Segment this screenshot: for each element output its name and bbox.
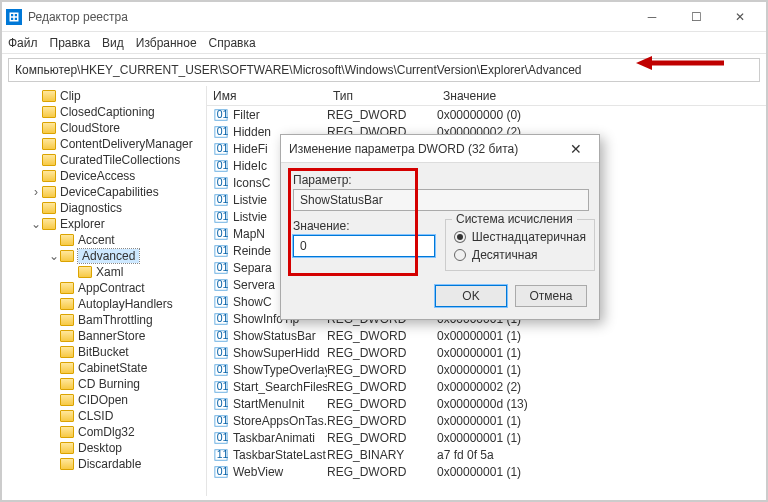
tree-item[interactable]: ⌄Explorer: [2, 216, 206, 232]
tree-label: Accent: [78, 233, 115, 247]
svg-text:011: 011: [217, 261, 228, 273]
dialog-titlebar[interactable]: Изменение параметра DWORD (32 бита) ✕: [281, 135, 599, 163]
dword-icon: 011: [213, 278, 229, 292]
value-row[interactable]: 011ShowSuperHiddREG_DWORD0x00000001 (1): [207, 344, 766, 361]
chevron-right-icon[interactable]: ›: [30, 105, 42, 119]
tree-item[interactable]: ›ContentDeliveryManager: [2, 136, 206, 152]
chevron-right-icon[interactable]: ›: [48, 377, 60, 391]
value-data: 0x00000001 (1): [437, 346, 766, 360]
tree-label: Desktop: [78, 441, 122, 455]
value-type: REG_DWORD: [327, 108, 437, 122]
tree-item[interactable]: ›CloudStore: [2, 120, 206, 136]
tree-label: CabinetState: [78, 361, 147, 375]
cancel-button[interactable]: Отмена: [515, 285, 587, 307]
value-row[interactable]: 011ShowStatusBarREG_DWORD0x00000001 (1): [207, 327, 766, 344]
address-bar[interactable]: Компьютер\HKEY_CURRENT_USER\SOFTWARE\Mic…: [8, 58, 760, 82]
dialog-close-button[interactable]: ✕: [561, 141, 591, 157]
base-legend: Система исчисления: [452, 212, 577, 226]
tree-item[interactable]: ›Desktop: [2, 440, 206, 456]
chevron-right-icon[interactable]: ›: [30, 137, 42, 151]
values-header[interactable]: Имя Тип Значение: [207, 86, 766, 106]
menu-favorites[interactable]: Избранное: [136, 36, 197, 50]
value-row[interactable]: 011ShowTypeOverlayREG_DWORD0x00000001 (1…: [207, 361, 766, 378]
folder-icon: [42, 106, 56, 118]
chevron-right-icon[interactable]: ›: [48, 393, 60, 407]
chevron-right-icon[interactable]: ›: [30, 201, 42, 215]
menu-help[interactable]: Справка: [209, 36, 256, 50]
folder-icon: [60, 282, 74, 294]
tree-item[interactable]: ›Diagnostics: [2, 200, 206, 216]
chevron-right-icon[interactable]: ›: [30, 185, 42, 199]
maximize-button[interactable]: ☐: [674, 3, 718, 31]
tree-item[interactable]: ›CIDOpen: [2, 392, 206, 408]
value-row[interactable]: 011FilterREG_DWORD0x00000000 (0): [207, 106, 766, 123]
value-row[interactable]: 011WebViewREG_DWORD0x00000001 (1): [207, 463, 766, 480]
value-data: 0x00000000 (0): [437, 108, 766, 122]
chevron-down-icon[interactable]: ⌄: [48, 249, 60, 263]
tree-item[interactable]: ›BamThrottling: [2, 312, 206, 328]
chevron-right-icon[interactable]: ›: [48, 457, 60, 471]
value-data: 0x00000001 (1): [437, 431, 766, 445]
menu-view[interactable]: Вид: [102, 36, 124, 50]
folder-icon: [60, 298, 74, 310]
chevron-right-icon[interactable]: ›: [48, 361, 60, 375]
tree-item[interactable]: ›BitBucket: [2, 344, 206, 360]
tree-item[interactable]: ›AppContract: [2, 280, 206, 296]
menu-file[interactable]: Файл: [8, 36, 38, 50]
chevron-right-icon[interactable]: ›: [66, 265, 78, 279]
tree-item[interactable]: ›ClosedCaptioning: [2, 104, 206, 120]
tree-item[interactable]: ›DeviceCapabilities: [2, 184, 206, 200]
param-input[interactable]: ShowStatusBar: [293, 189, 589, 211]
chevron-right-icon[interactable]: ›: [48, 345, 60, 359]
svg-text:011: 011: [217, 210, 228, 222]
tree-label: ContentDeliveryManager: [60, 137, 193, 151]
chevron-right-icon[interactable]: ›: [48, 297, 60, 311]
close-button[interactable]: ✕: [718, 3, 762, 31]
chevron-right-icon[interactable]: ›: [30, 153, 42, 167]
svg-text:011: 011: [217, 227, 228, 239]
tree-item[interactable]: ›Clip: [2, 88, 206, 104]
radio-dec[interactable]: Десятичная: [454, 248, 586, 262]
value-row[interactable]: 110TaskbarStateLastREG_BINARYa7 fd 0f 5a: [207, 446, 766, 463]
value-row[interactable]: 011StoreAppsOnTas...REG_DWORD0x00000001 …: [207, 412, 766, 429]
ok-button[interactable]: OK: [435, 285, 507, 307]
radio-hex[interactable]: Шестнадцатеричная: [454, 230, 586, 244]
minimize-button[interactable]: ─: [630, 3, 674, 31]
chevron-right-icon[interactable]: ›: [30, 121, 42, 135]
chevron-right-icon[interactable]: ›: [48, 281, 60, 295]
value-row[interactable]: 011TaskbarAnimatiREG_DWORD0x00000001 (1): [207, 429, 766, 446]
col-name[interactable]: Имя: [207, 89, 327, 103]
chevron-right-icon[interactable]: ›: [48, 313, 60, 327]
value-input[interactable]: 0: [293, 235, 435, 257]
folder-icon: [42, 186, 56, 198]
col-value[interactable]: Значение: [437, 89, 766, 103]
tree-item[interactable]: ›ComDlg32: [2, 424, 206, 440]
tree-item[interactable]: ›DeviceAccess: [2, 168, 206, 184]
tree-item[interactable]: ›CLSID: [2, 408, 206, 424]
chevron-right-icon[interactable]: ›: [48, 233, 60, 247]
chevron-right-icon[interactable]: ›: [48, 409, 60, 423]
tree-item[interactable]: ›BannerStore: [2, 328, 206, 344]
tree-item[interactable]: ›AutoplayHandlers: [2, 296, 206, 312]
value-row[interactable]: 011Start_SearchFilesREG_DWORD0x00000002 …: [207, 378, 766, 395]
chevron-right-icon[interactable]: ›: [30, 89, 42, 103]
chevron-down-icon[interactable]: ⌄: [30, 217, 42, 231]
address-text: Компьютер\HKEY_CURRENT_USER\SOFTWARE\Mic…: [15, 63, 581, 77]
tree-item[interactable]: ›CuratedTileCollections: [2, 152, 206, 168]
value-row[interactable]: 011StartMenuInitREG_DWORD0x0000000d (13): [207, 395, 766, 412]
tree-item[interactable]: ›Xaml: [2, 264, 206, 280]
menu-edit[interactable]: Правка: [50, 36, 91, 50]
tree-item[interactable]: ›Discardable: [2, 456, 206, 472]
chevron-right-icon[interactable]: ›: [48, 425, 60, 439]
tree-item[interactable]: ›Accent: [2, 232, 206, 248]
param-label: Параметр:: [293, 173, 587, 187]
tree-item[interactable]: ›CD Burning: [2, 376, 206, 392]
tree-item[interactable]: ›CabinetState: [2, 360, 206, 376]
chevron-right-icon[interactable]: ›: [48, 441, 60, 455]
chevron-right-icon[interactable]: ›: [48, 329, 60, 343]
tree-item[interactable]: ⌄Advanced: [2, 248, 206, 264]
tree-label: AppContract: [78, 281, 145, 295]
col-type[interactable]: Тип: [327, 89, 437, 103]
registry-tree[interactable]: ›Clip›ClosedCaptioning›CloudStore›Conten…: [2, 86, 207, 496]
chevron-right-icon[interactable]: ›: [30, 169, 42, 183]
